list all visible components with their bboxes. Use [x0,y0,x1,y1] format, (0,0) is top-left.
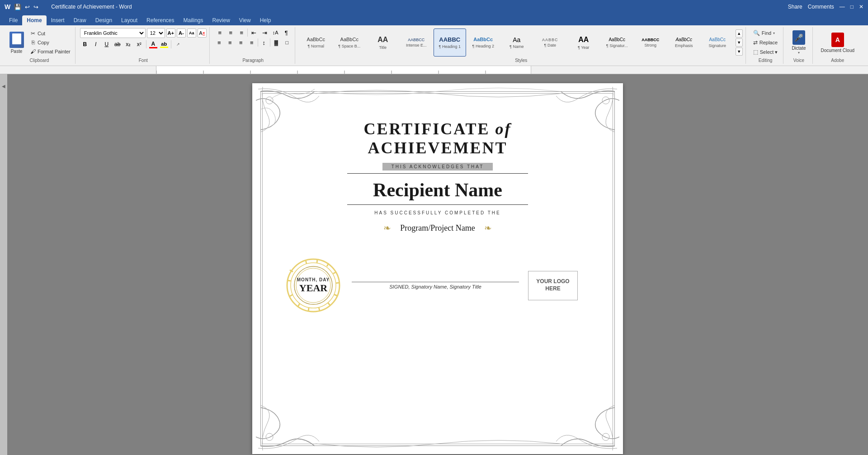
bold-button[interactable]: B [80,39,90,49]
align-center-button[interactable]: ≡ [225,38,235,47]
para-sep3 [270,38,270,47]
shading-button[interactable]: ▓ [271,38,281,47]
numbering-button[interactable]: ≡ [226,28,236,37]
style-heading1[interactable]: AABBC ¶ Heading 1 [434,28,466,57]
comments-button[interactable]: Comments [808,4,834,10]
tab-references[interactable]: References [142,15,179,25]
minimize-button[interactable]: — [840,4,845,10]
cert-logo-box[interactable]: YOUR LOGO HERE [528,271,578,300]
para-row-1: ≡ ≡ ≡ ⇤ ⇥ ↕A ¶ [215,28,291,37]
paste-button[interactable]: Paste [6,31,27,55]
superscript-button[interactable]: x² [134,39,144,49]
select-button[interactable]: ⬚ Select ▾ [750,48,781,56]
tab-help[interactable]: Help [255,15,276,25]
line-spacing-button[interactable]: ↕ [259,38,269,47]
style-em-label: Emphasis [675,43,693,48]
tab-review[interactable]: Review [208,15,235,25]
tab-draw[interactable]: Draw [69,15,91,25]
quick-access-undo[interactable]: ↩ [25,4,30,10]
sidebar-collapse[interactable]: ◀ [1,83,6,89]
style-space-before[interactable]: AaBbCc ¶ Space B... [333,28,366,57]
style-year[interactable]: AA ¶ Year [567,28,600,57]
copy-button[interactable]: ⎘ Copy [28,38,72,47]
style-signature2[interactable]: AaBbCc Signature [701,28,734,57]
tab-home[interactable]: Home [22,15,46,25]
tab-file[interactable]: File [5,15,22,25]
styles-scroll-up[interactable]: ▲ [736,29,743,38]
cert-title-italic: of [495,120,512,138]
styles-more[interactable]: ▼ [736,47,743,56]
voice-content: 🎤 Dictate ▾ [788,28,809,57]
cert-flourish-left: ❧ [383,223,391,233]
adobe-icon: A [831,33,844,47]
tab-insert[interactable]: Insert [47,15,69,25]
highlight-color-button[interactable]: ab [159,39,169,49]
tab-mailings[interactable]: Mailings [179,15,208,25]
style-name[interactable]: Aa ¶ Name [500,28,533,57]
multilevel-button[interactable]: ≡ [236,28,246,37]
font-size-decrease[interactable]: A- [177,28,186,38]
styles-scroll-down[interactable]: ▼ [736,38,743,47]
tab-design[interactable]: Design [91,15,117,25]
style-strong[interactable]: AABBCC Strong [634,28,667,57]
style-name-preview: Aa [513,36,520,44]
decrease-indent-button[interactable]: ⇤ [249,28,259,37]
dictate-dropdown[interactable]: ▾ [798,51,800,55]
cut-icon: ✂ [30,30,36,37]
font-size-increase[interactable]: A+ [166,28,175,38]
font-label: Font [139,57,148,63]
subscript-button[interactable]: x₂ [123,39,133,49]
italic-button[interactable]: I [91,39,101,49]
increase-indent-button[interactable]: ⇥ [259,28,269,37]
style-year-preview: AA [578,35,589,44]
format-painter-icon: 🖌 [30,48,36,55]
replace-button[interactable]: ⇄ Replace [750,38,780,47]
find-button[interactable]: 🔍 Find ▾ [750,29,778,37]
svg-point-12 [266,433,273,441]
maximize-button[interactable]: □ [850,4,854,10]
font-dialog-launcher[interactable]: ↗ [173,39,183,49]
cut-button[interactable]: ✂ Cut [28,29,72,38]
justify-button[interactable]: ≡ [247,38,257,47]
cert-recipient[interactable]: Recipient Name [373,179,502,201]
cert-acknowledges[interactable]: THIS ACKNOWLEDGES THAT [382,163,493,171]
bullets-button[interactable]: ≡ [215,28,225,37]
style-signature[interactable]: AaBbCc ¶ Signatur... [601,28,633,57]
sort-button[interactable]: ↕A [270,28,280,37]
text-color-button[interactable]: A [148,39,158,49]
format-painter-button[interactable]: 🖌 Format Painter [28,47,72,56]
paragraph-label: Paragraph [242,57,264,63]
ribbon-group-adobe: A Document Cloud Adobe [815,27,861,64]
style-sig-label: ¶ Signatur... [606,43,628,48]
change-case-button[interactable]: Aa [187,28,196,38]
align-left-button[interactable]: ≡ [214,38,224,47]
tab-view[interactable]: View [235,15,255,25]
close-button[interactable]: ✕ [859,4,863,10]
style-emphasis[interactable]: AaBbCc Emphasis [668,28,700,57]
style-date[interactable]: AABBC ¶ Date [534,28,566,57]
share-button[interactable]: Share [788,4,802,10]
quick-access-save[interactable]: 💾 [14,4,21,10]
style-date-preview: AABBC [542,38,558,43]
style-intense-emphasis[interactable]: AABBCC Intense E... [400,28,433,57]
tab-layout[interactable]: Layout [117,15,142,25]
show-marks-button[interactable]: ¶ [281,28,291,37]
style-heading2[interactable]: AaBbCc ¶ Heading 2 [467,28,500,57]
styles-scroll: ▲ ▼ ▼ [736,29,743,56]
font-name-row: Franklin Gothic 12 A+ A- Aa A× [80,28,207,38]
style-normal[interactable]: AaBbCc ¶ Normal [300,28,332,57]
find-icon: 🔍 [753,30,760,36]
style-title[interactable]: AA Title [367,28,399,57]
underline-button[interactable]: U [102,39,112,49]
dictate-button[interactable]: 🎤 Dictate ▾ [788,28,809,57]
find-dropdown[interactable]: ▾ [773,31,775,35]
document-cloud-button[interactable]: A Document Cloud [817,31,858,55]
align-right-button[interactable]: ≡ [236,38,246,47]
font-name-select[interactable]: Franklin Gothic [80,28,146,38]
clear-formatting-button[interactable]: A× [198,28,207,38]
quick-access-redo[interactable]: ↪ [33,4,38,10]
font-size-select[interactable]: 12 [147,28,165,38]
strikethrough-button[interactable]: ab [113,39,123,49]
border-button[interactable]: □ [282,38,292,47]
cert-program[interactable]: Program/Project Name [400,223,475,233]
